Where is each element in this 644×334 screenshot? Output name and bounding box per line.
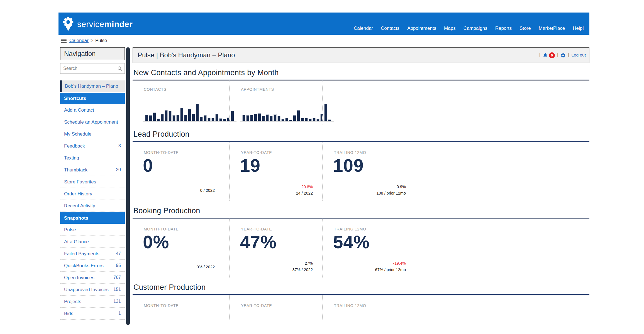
lead-production-metrics: MONTH-TO-DATE 0 0 / 2022 YEAR-TO-DATE 19… <box>133 142 589 201</box>
sidebar-item-bobs-handyman-plano[interactable]: Bob's Handyman – Plano <box>60 80 125 92</box>
metric-comparison: 0% / 2022 <box>197 264 215 270</box>
charts-spacer <box>322 80 589 124</box>
header-nav: Calendar Contacts Appointments Maps Camp… <box>354 26 584 31</box>
sidebar-scrollbar[interactable] <box>126 47 130 325</box>
search-input[interactable] <box>60 66 117 71</box>
count-badge: 20 <box>116 167 121 173</box>
search-icon <box>117 66 122 71</box>
sidebar-item-texting[interactable]: Texting <box>60 152 125 164</box>
nav-item-reports[interactable]: Reports <box>495 26 512 31</box>
customer-ytd-panel: YEAR-TO-DATE <box>229 295 322 320</box>
section-heading-booking-production: Booking Production <box>133 207 589 215</box>
lead-trailing12-value: 109 <box>333 156 415 175</box>
sidebar-item-recent-activity[interactable]: Recent Activity <box>60 200 125 212</box>
count-badge: 767 <box>113 275 121 281</box>
sidebar-item-projects[interactable]: Projects131 <box>60 296 125 308</box>
sidebar-item-failed-payments[interactable]: Failed Payments47 <box>60 248 125 260</box>
nav-item-marketplace[interactable]: MarketPlace <box>539 26 565 31</box>
metric-comparison: 0.9%108 / prior 12mo <box>376 184 406 197</box>
sidebar-items: Bob's Handyman – Plano Shortcuts Add a C… <box>60 80 125 320</box>
sidebar-item-bids[interactable]: Bids1 <box>60 308 125 320</box>
nav-item-help[interactable]: Help! <box>573 26 584 31</box>
lead-mtd-value: 0 <box>143 156 229 175</box>
appointments-chart-label: APPOINTMENTS <box>241 87 322 92</box>
sidebar-item-snapshots[interactable]: Snapshots <box>60 212 125 224</box>
content-row: Navigation Bob's Handyman – Plano Shortc… <box>58 46 589 326</box>
sidebar-item-unapproved-invoices[interactable]: Unapproved Invoices151 <box>60 284 125 296</box>
customer-mtd-panel: MONTH-TO-DATE <box>133 295 229 320</box>
nav-item-maps[interactable]: Maps <box>444 26 456 31</box>
metric-label: TRAILING 12MO <box>334 227 415 231</box>
sidebar-item-at-a-glance[interactable]: At a Glance <box>60 236 125 248</box>
hamburger-icon[interactable] <box>61 39 67 43</box>
metric-comparison: -20.8%24 / 2022 <box>296 184 313 197</box>
app-header: serviceminder Calendar Contacts Appointm… <box>58 13 589 35</box>
metric-label: YEAR-TO-DATE <box>241 150 322 155</box>
lead-ytd-panel: YEAR-TO-DATE 19 -20.8%24 / 2022 <box>229 142 322 201</box>
customer-production-metrics: MONTH-TO-DATE YEAR-TO-DATE TRAILING 12MO <box>133 295 589 320</box>
count-badge: 3 <box>118 143 121 149</box>
breadcrumb-calendar-link[interactable]: Calendar <box>69 38 89 43</box>
sidebar-item-open-invoices[interactable]: Open Invoices767 <box>60 272 125 284</box>
divider: | <box>557 53 558 58</box>
nav-item-appointments[interactable]: Appointments <box>407 26 436 31</box>
sidebar-item-thumbtack[interactable]: Thumbtack20 <box>60 164 125 176</box>
metric-comparison: 0 / 2022 <box>200 187 215 194</box>
appointments-bar-chart <box>240 104 334 122</box>
contacts-bar-chart <box>143 104 236 122</box>
lead-mtd-panel: MONTH-TO-DATE 0 0 / 2022 <box>133 142 229 201</box>
divider: | <box>568 53 569 58</box>
sidebar: Navigation Bob's Handyman – Plano Shortc… <box>60 46 125 326</box>
settings-gear-icon[interactable] <box>560 53 566 58</box>
booking-production-metrics: MONTH-TO-DATE 0% 0% / 2022 YEAR-TO-DATE … <box>133 218 589 277</box>
sidebar-item-schedule-an-appointment[interactable]: Schedule an Appointment <box>60 116 125 128</box>
logout-link[interactable]: Log out <box>571 53 586 58</box>
gear-pin-icon <box>62 17 75 32</box>
lead-ytd-value: 19 <box>240 156 322 175</box>
sidebar-item-store-favorites[interactable]: Store Favorites <box>60 176 125 188</box>
metric-label: TRAILING 12MO <box>334 150 415 155</box>
title-toolbar: | 6 | | Log out <box>539 52 586 58</box>
sidebar-title: Navigation <box>60 47 125 60</box>
main-panel: Pulse | Bob's Handyman – Plano | 6 | | L… <box>133 46 589 326</box>
logo[interactable]: serviceminder <box>62 17 133 32</box>
sidebar-item-quickbooks-errors[interactable]: QuickBooks Errors95 <box>60 260 125 272</box>
contacts-chart-label: CONTACTS <box>144 87 229 92</box>
metric-label: YEAR-TO-DATE <box>241 303 322 308</box>
booking-trailing12-value: 54% <box>333 233 415 252</box>
search-box <box>60 63 125 74</box>
app-window: serviceminder Calendar Contacts Appointm… <box>58 13 589 326</box>
booking-ytd-panel: YEAR-TO-DATE 47% 27%37% / 2022 <box>229 218 322 277</box>
metric-label: MONTH-TO-DATE <box>144 303 229 308</box>
customer-trailing12-panel: TRAILING 12MO <box>322 295 415 320</box>
breadcrumb-current: Pulse <box>95 38 107 43</box>
nav-item-contacts[interactable]: Contacts <box>381 26 399 31</box>
count-badge: 151 <box>113 287 121 293</box>
section-heading-lead-production: Lead Production <box>133 130 589 139</box>
metric-label: TRAILING 12MO <box>334 303 415 308</box>
sidebar-item-feedback[interactable]: Feedback3 <box>60 140 125 152</box>
metric-comparison: 27%37% / 2022 <box>292 260 313 273</box>
metric-label: MONTH-TO-DATE <box>144 150 229 155</box>
sidebar-item-add-a-contact[interactable]: Add a Contact <box>60 104 125 116</box>
breadcrumb: Calendar > Pulse <box>58 35 589 46</box>
count-badge: 47 <box>116 251 121 257</box>
nav-item-campaigns[interactable]: Campaigns <box>464 26 487 31</box>
notifications-bell-icon[interactable] <box>543 53 548 58</box>
divider: | <box>539 53 540 58</box>
nav-item-store[interactable]: Store <box>519 26 531 31</box>
sidebar-item-shortcuts[interactable]: Shortcuts <box>60 93 125 104</box>
contacts-chart-panel: CONTACTS <box>133 80 229 124</box>
notification-badge: 6 <box>549 52 555 58</box>
logo-text: serviceminder <box>77 19 133 29</box>
section-heading-customer-production: Customer Production <box>133 283 589 292</box>
nav-item-calendar[interactable]: Calendar <box>354 26 373 31</box>
sidebar-item-order-history[interactable]: Order History <box>60 188 125 200</box>
sidebar-item-pulse[interactable]: Pulse <box>60 224 125 236</box>
count-badge: 1 <box>118 311 121 316</box>
sidebar-item-my-schedule[interactable]: My Schedule <box>60 128 125 140</box>
booking-ytd-value: 47% <box>240 233 322 252</box>
lead-trailing12-panel: TRAILING 12MO 109 0.9%108 / prior 12mo <box>322 142 415 201</box>
booking-mtd-value: 0% <box>143 233 229 252</box>
metric-label: MONTH-TO-DATE <box>144 227 229 231</box>
